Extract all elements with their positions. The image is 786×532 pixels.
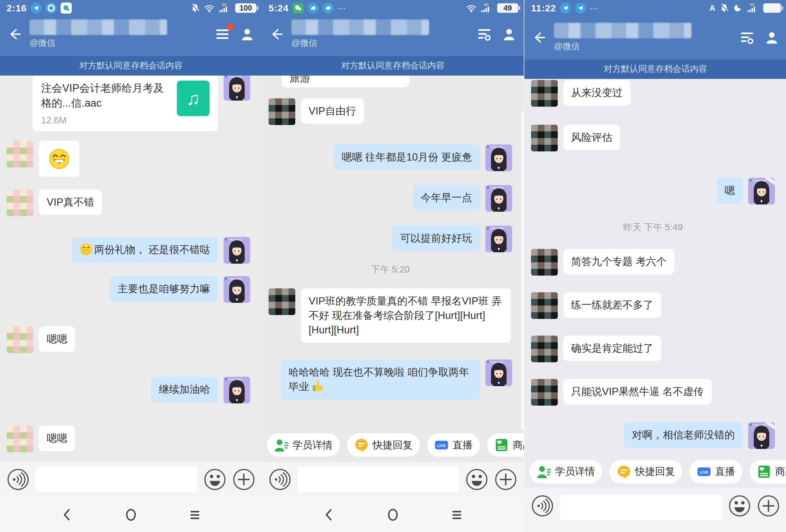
live-button[interactable]: 直播: [427, 433, 480, 457]
message-bubble: 练一练就差不多了: [563, 292, 661, 318]
wechat-handle: @微信: [29, 37, 206, 49]
message-input[interactable]: [560, 494, 722, 520]
back-arrow-icon[interactable]: [7, 26, 23, 42]
message-list: 注会VIP会计老师给月考及格的...信.aac 12.6M ♫ VIP真不错 两…: [0, 76, 262, 462]
avatar[interactable]: [224, 377, 250, 403]
nav-home-button[interactable]: [386, 508, 400, 522]
message-bubble: VIP真不错: [39, 190, 102, 215]
avatar-blurred[interactable]: [531, 125, 558, 151]
cloud-app-icon: [307, 2, 319, 14]
status-time: 2:16: [7, 3, 27, 14]
message-bubble: 嗯嗯: [39, 327, 75, 352]
avatar-blurred[interactable]: [269, 288, 295, 315]
filter-menu-icon[interactable]: [740, 31, 755, 44]
voice-input-icon[interactable]: [7, 468, 29, 491]
product-album-button[interactable]: 商品图册: [749, 460, 786, 483]
avatar-blurred[interactable]: [7, 141, 33, 168]
message-row: 从来没变过: [531, 80, 775, 107]
do-not-disturb-moon-icon: [733, 3, 743, 13]
quick-reply-icon: [354, 438, 369, 452]
emoji-picker-icon[interactable]: [465, 468, 488, 491]
student-detail-button[interactable]: 学员详情: [267, 433, 340, 457]
wechat-handle: @微信: [292, 37, 468, 49]
filter-menu-icon[interactable]: [477, 27, 492, 41]
avatar[interactable]: [485, 144, 512, 171]
nav-back-button[interactable]: [60, 508, 74, 522]
avatar-blurred[interactable]: [531, 80, 558, 107]
live-button[interactable]: 直播: [690, 460, 742, 483]
message-bubble: 今年早一点: [413, 185, 480, 211]
cloud-app-icon: [323, 2, 333, 14]
avatar[interactable]: [485, 185, 512, 212]
paper-plane-app-icon: [575, 2, 586, 14]
message-row: 嗯嗯 往年都是10月份 更疲惫: [269, 144, 512, 171]
message-bubble: 哈哈哈哈 现在也不算晚啦 咱们争取两年毕业: [281, 360, 480, 400]
avatar[interactable]: [224, 76, 250, 101]
menu-icon[interactable]: [215, 27, 230, 41]
message-row: VIP自由行: [269, 98, 512, 125]
avatar[interactable]: [748, 178, 775, 204]
message-row: VIP真不错: [7, 190, 250, 216]
message-input[interactable]: [36, 467, 198, 492]
nav-back-button[interactable]: [322, 508, 336, 522]
message-bubble: 两份礼物， 还是很不错哒: [72, 237, 218, 263]
avatar[interactable]: [748, 422, 775, 449]
message-input[interactable]: [298, 467, 459, 492]
wechat-handle: @微信: [554, 41, 731, 52]
avatar-blurred[interactable]: [7, 426, 33, 452]
avatar-blurred[interactable]: [531, 379, 558, 406]
chat-header: @微信: [262, 15, 524, 56]
voice-input-icon[interactable]: [531, 494, 554, 517]
more-actions-icon[interactable]: [232, 468, 255, 491]
product-album-button[interactable]: 商品图册: [487, 433, 524, 457]
avatar-blurred[interactable]: [269, 98, 295, 125]
battery-icon: 49: [497, 3, 518, 13]
audio-file-card[interactable]: 注会VIP会计老师给月考及格的...信.aac 12.6M ♫: [33, 76, 218, 131]
message-bubble: 可以提前好好玩: [392, 225, 480, 251]
svg-text:4G: 4G: [222, 3, 227, 7]
avatar[interactable]: [485, 360, 512, 386]
emoji-picker-icon[interactable]: [204, 468, 226, 491]
paper-plane-app-icon: [560, 2, 571, 14]
avatar-blurred[interactable]: [531, 336, 558, 362]
more-notifications-dots: ⋯: [590, 3, 599, 13]
back-arrow-icon[interactable]: [269, 26, 285, 42]
voice-input-icon[interactable]: [269, 468, 292, 491]
message-bubble: 从来没变过: [563, 80, 630, 105]
profile-icon[interactable]: [240, 27, 255, 41]
contact-name-blurred: [29, 20, 167, 35]
avatar-blurred[interactable]: [7, 327, 33, 353]
android-nav-bar: [262, 497, 524, 532]
nav-recents-button[interactable]: [188, 508, 202, 522]
quick-reply-button[interactable]: 快捷回复: [609, 460, 682, 483]
svg-text:4G: 4G: [750, 3, 755, 7]
profile-icon[interactable]: [502, 27, 516, 41]
paper-plane-app-icon: [30, 2, 42, 14]
quick-reply-button[interactable]: 快捷回复: [347, 433, 420, 457]
message-row: 今年早一点: [269, 185, 512, 212]
message-bubble: 风险评估: [563, 125, 620, 150]
profile-icon[interactable]: [764, 31, 779, 44]
student-detail-button[interactable]: 学员详情: [529, 460, 602, 483]
message-row: VIP班的教学质量真的不错 早报名VIP班 弄不好 现在准备考综合阶段了[Hur…: [269, 288, 512, 343]
battery-icon: 100: [235, 3, 256, 13]
message-row: 嗯嗯: [7, 327, 250, 353]
more-actions-icon[interactable]: [757, 494, 780, 517]
quick-reply-icon: [617, 464, 631, 479]
message-row: 两份礼物， 还是很不错哒: [7, 237, 250, 264]
emoji-picker-icon[interactable]: [728, 494, 751, 517]
avatar[interactable]: [224, 237, 250, 264]
avatar-blurred[interactable]: [531, 249, 558, 275]
avatar[interactable]: [485, 225, 512, 252]
thumbs-up-emoji: [311, 380, 325, 393]
more-actions-icon[interactable]: [494, 468, 517, 491]
avatar[interactable]: [224, 276, 250, 303]
avatar-blurred[interactable]: [7, 190, 33, 216]
live-icon: [697, 464, 711, 479]
quick-action-toolbar: 学员详情 快捷回复 直播 商品图册: [262, 430, 524, 462]
nav-recents-button[interactable]: [449, 508, 464, 522]
nav-home-button[interactable]: [124, 508, 138, 522]
back-arrow-icon[interactable]: [532, 30, 547, 45]
music-note-icon: ♫: [177, 80, 210, 116]
avatar-blurred[interactable]: [531, 292, 558, 319]
